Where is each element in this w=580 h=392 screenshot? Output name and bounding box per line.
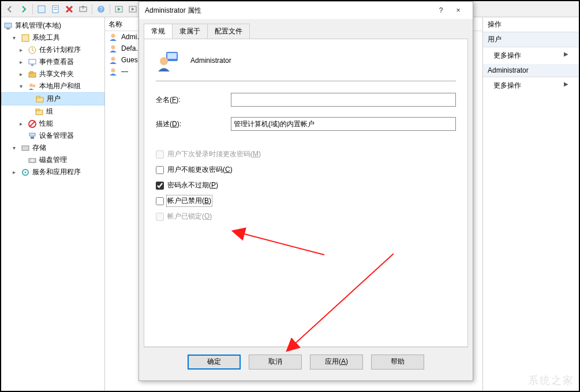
svg-rect-18 — [30, 71, 33, 73]
tb-help-icon[interactable]: ? — [95, 3, 107, 16]
svg-point-40 — [160, 57, 168, 65]
chevron-right-icon: ▶ — [564, 81, 568, 87]
toolbar-separator — [32, 4, 33, 14]
tree-item-label: 性能 — [39, 119, 53, 129]
tree-item-label: 磁盘管理 — [39, 155, 67, 165]
tree-twisty-icon[interactable]: ▸ — [20, 47, 25, 53]
checkbox-label-disabled: 帐户已禁用(B) — [167, 196, 211, 206]
checkbox-cannotchange[interactable] — [156, 166, 164, 174]
checkbox-label-cannotchange: 用户不能更改密码(C) — [167, 165, 233, 175]
svg-rect-11 — [5, 23, 12, 28]
share-icon — [28, 70, 37, 79]
tree-item-0[interactable]: ▾系统工具 — [1, 32, 104, 44]
properties-dialog: Administrator 属性 ? × 常规隶属于配置文件 Administr… — [139, 1, 473, 381]
dialog-close-button[interactable]: × — [450, 3, 467, 17]
actions-header: 操作 — [483, 17, 579, 32]
svg-rect-28 — [31, 137, 34, 139]
action-item[interactable]: 更多操作▶ — [483, 77, 579, 94]
tree-twisty-icon[interactable]: ▾ — [13, 35, 18, 41]
actions-panel: 操作 用户更多操作▶Administrator更多操作▶ — [483, 17, 579, 391]
fullname-label: 全名(F): — [156, 95, 231, 105]
folder-icon — [35, 107, 44, 116]
dialog-tabs: 常规隶属于配置文件 — [144, 24, 468, 39]
tab-0[interactable]: 常规 — [144, 24, 173, 39]
help-button[interactable]: 帮助 — [371, 355, 424, 370]
description-row: 描述(D): — [156, 117, 456, 131]
dialog-title: Administrator 属性 — [145, 6, 201, 16]
svg-rect-13 — [22, 35, 29, 42]
ok-button[interactable]: 确定 — [188, 355, 241, 370]
svg-line-26 — [29, 121, 35, 127]
tb-media2-icon[interactable] — [126, 3, 139, 16]
tree-item-label: 任务计划程序 — [39, 45, 81, 55]
tree-panel: 算机管理(本地) ▾系统工具▸任务计划程序▸事件查看器▸共享文件夹▾本地用户和组… — [1, 17, 105, 391]
svg-rect-15 — [29, 59, 36, 64]
chevron-right-icon: ▶ — [564, 51, 568, 57]
tb-properties-icon[interactable] — [35, 3, 48, 16]
tree-item-1[interactable]: ▸任务计划程序 — [1, 44, 104, 56]
dialog-titlebar[interactable]: Administrator 属性 ? × — [139, 2, 473, 19]
cancel-button[interactable]: 取消 — [249, 355, 302, 370]
checkbox-neverexp[interactable] — [156, 182, 164, 190]
tb-delete-icon[interactable] — [63, 3, 76, 16]
svg-point-19 — [29, 84, 33, 87]
tab-content-general: Administrator 全名(F): 描述(D): 用户下次登录时须更改密码… — [144, 39, 468, 347]
tree-item-6[interactable]: 组 — [1, 105, 104, 118]
user-icon — [108, 44, 118, 53]
tree-item-label: 服务和应用程序 — [32, 167, 81, 177]
dialog-help-button[interactable]: ? — [432, 3, 450, 17]
toolbar-separator — [110, 4, 110, 14]
separator — [156, 81, 456, 81]
tree-twisty-icon[interactable]: ▾ — [13, 145, 18, 151]
apply-button[interactable]: 应用(A) — [310, 355, 363, 370]
description-label: 描述(D): — [156, 119, 231, 129]
svg-point-34 — [111, 34, 115, 38]
checkbox-row-disabled[interactable]: 帐户已禁用(B) — [156, 196, 456, 206]
checkbox-row-neverexp[interactable]: 密码永不过期(P) — [156, 180, 456, 190]
tree-item-3[interactable]: ▸共享文件夹 — [1, 68, 104, 80]
tb-doc-icon[interactable] — [49, 3, 62, 16]
dialog-body: 常规隶属于配置文件 Administrator 全名(F): — [139, 19, 473, 380]
tb-media1-icon[interactable] — [113, 3, 125, 16]
computer-icon — [3, 21, 13, 31]
tree-twisty-icon[interactable]: ▸ — [20, 71, 25, 77]
fullname-input[interactable] — [231, 93, 456, 107]
tree-twisty-icon[interactable]: ▸ — [13, 169, 18, 175]
user-icon — [108, 55, 118, 65]
tab-2[interactable]: 配置文件 — [207, 24, 250, 39]
tree-item-11[interactable]: ▸服务和应用程序 — [1, 166, 104, 178]
tree-item-5[interactable]: 用户 — [1, 92, 104, 105]
folder-icon — [35, 95, 44, 104]
disk-icon — [28, 156, 37, 165]
tree-item-8[interactable]: 设备管理器 — [1, 130, 104, 142]
tree-twisty-icon[interactable]: ▾ — [20, 83, 25, 89]
tree-item-10[interactable]: 磁盘管理 — [1, 154, 104, 166]
tree-item-label: 共享文件夹 — [39, 69, 74, 79]
dialog-button-bar: 确定 取消 应用(A) 帮助 — [144, 347, 468, 376]
user-list-name: — — [121, 67, 128, 76]
svg-rect-0 — [38, 6, 45, 13]
svg-rect-2 — [54, 7, 57, 8]
tree-item-label: 设备管理器 — [39, 131, 74, 141]
tree-item-label: 事件查看器 — [39, 57, 74, 67]
tree-twisty-icon[interactable]: ▸ — [20, 120, 25, 127]
services-icon — [21, 168, 30, 177]
action-item[interactable]: 更多操作▶ — [483, 47, 579, 64]
tb-export-icon[interactable] — [77, 3, 89, 16]
svg-rect-3 — [54, 9, 57, 10]
tb-forward-icon[interactable] — [17, 3, 30, 16]
description-input[interactable] — [231, 117, 456, 131]
tree-root-label: 算机管理(本地) — [15, 21, 61, 31]
tree-twisty-icon[interactable]: ▸ — [20, 59, 25, 65]
checkbox-row-cannotchange[interactable]: 用户不能更改密码(C) — [156, 165, 456, 175]
tab-1[interactable]: 隶属于 — [172, 24, 208, 39]
fullname-row: 全名(F): — [156, 93, 456, 107]
svg-rect-22 — [36, 96, 40, 98]
tree-item-7[interactable]: ▸性能 — [1, 118, 104, 130]
tb-back-icon[interactable] — [3, 3, 16, 16]
checkbox-disabled[interactable] — [156, 197, 164, 205]
tree-item-9[interactable]: ▾存储 — [1, 142, 104, 154]
tree-root[interactable]: 算机管理(本地) — [1, 20, 104, 32]
tree-item-4[interactable]: ▾本地用户和组 — [1, 80, 104, 92]
tree-item-2[interactable]: ▸事件查看器 — [1, 56, 104, 68]
